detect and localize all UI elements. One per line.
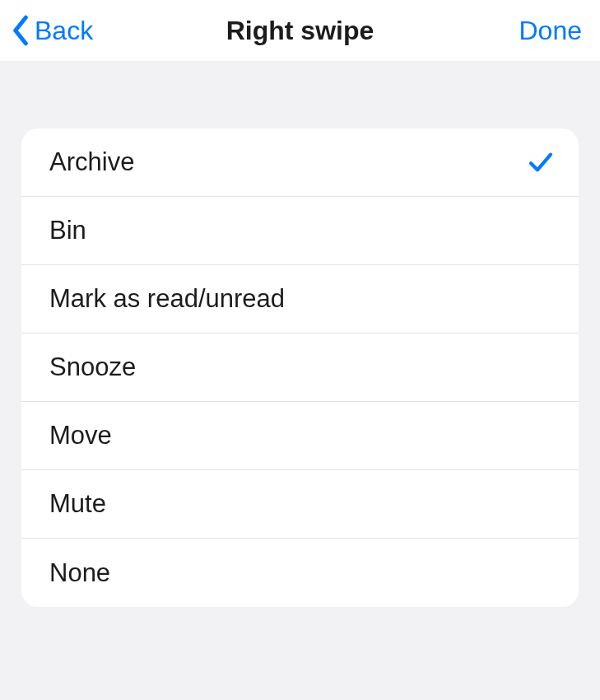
back-label: Back: [35, 16, 93, 46]
option-mark-read-unread[interactable]: Mark as read/unread: [21, 265, 579, 334]
option-snooze[interactable]: Snooze: [21, 334, 579, 402]
option-move[interactable]: Move: [21, 402, 579, 470]
option-bin[interactable]: Bin: [21, 197, 579, 265]
option-archive[interactable]: Archive: [21, 128, 579, 197]
option-label: Mark as read/unread: [49, 284, 285, 314]
chevron-back-icon: [12, 15, 30, 46]
option-label: Archive: [49, 147, 134, 177]
option-label: Move: [49, 421, 112, 450]
checkmark-icon: [528, 149, 554, 175]
option-list: Archive Bin Mark as read/unread Snooze M: [21, 128, 579, 607]
content-area: Archive Bin Mark as read/unread Snooze M: [0, 61, 600, 607]
option-mute[interactable]: Mute: [21, 470, 579, 539]
option-label: None: [49, 558, 110, 588]
done-button[interactable]: Done: [519, 16, 583, 46]
option-label: Mute: [49, 489, 106, 519]
back-button[interactable]: Back: [12, 15, 93, 46]
option-label: Snooze: [49, 352, 136, 382]
navigation-bar: Back Right swipe Done: [0, 0, 600, 61]
option-none[interactable]: None: [21, 539, 579, 607]
option-label: Bin: [49, 216, 86, 245]
